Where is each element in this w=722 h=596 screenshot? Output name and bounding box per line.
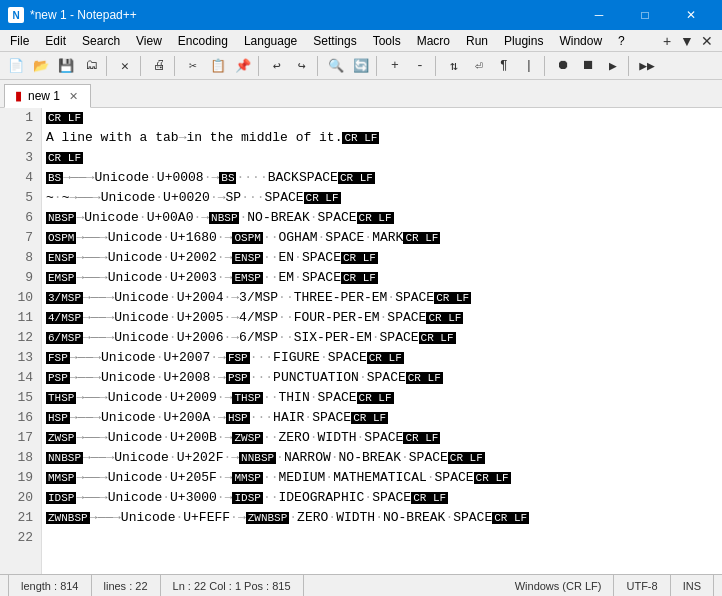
macro-play-button[interactable]: ▶: [601, 54, 625, 78]
code-line-12: 6/MSP→——→Unicode·U+2006·→6/MSP··SIX-PER-…: [46, 328, 718, 348]
word-wrap-button[interactable]: ⏎: [467, 54, 491, 78]
line-number-16: 16: [8, 408, 33, 428]
line-number-19: 19: [8, 468, 33, 488]
line-number-3: 3: [8, 148, 33, 168]
line-number-14: 14: [8, 368, 33, 388]
tab-new1[interactable]: ▮ new 1 ✕: [4, 84, 91, 108]
line-number-12: 12: [8, 328, 33, 348]
line-number-20: 20: [8, 488, 33, 508]
code-line-6: NBSP→Unicode·U+00A0·→NBSP·NO-BREAK·SPACE…: [46, 208, 718, 228]
code-line-22: [46, 528, 718, 548]
toolbar-sep-8: [544, 56, 548, 76]
toolbar-sep-6: [376, 56, 380, 76]
status-position: Ln : 22 Col : 1 Pos : 815: [161, 575, 304, 596]
code-line-8: ENSP→——→Unicode·U+2002·→ENSP··EN·SPACECR…: [46, 248, 718, 268]
undo-button[interactable]: ↩: [265, 54, 289, 78]
paste-button[interactable]: 📌: [231, 54, 255, 78]
code-line-1: CR LF: [46, 108, 718, 128]
line-number-10: 10: [8, 288, 33, 308]
maximize-button[interactable]: □: [622, 0, 668, 30]
cut-button[interactable]: ✂: [181, 54, 205, 78]
code-line-4: BS→——→Unicode·U+0008·→BS····BACKSPACECR …: [46, 168, 718, 188]
menu-help[interactable]: ?: [610, 30, 633, 51]
line-number-4: 4: [8, 168, 33, 188]
status-length: length : 814: [8, 575, 92, 596]
line-number-11: 11: [8, 308, 33, 328]
menu-tools[interactable]: Tools: [365, 30, 409, 51]
redo-button[interactable]: ↪: [290, 54, 314, 78]
sync-scroll-button[interactable]: ⇅: [442, 54, 466, 78]
line-number-18: 18: [8, 448, 33, 468]
copy-button[interactable]: 📋: [206, 54, 230, 78]
status-line-endings: Windows (CR LF): [503, 575, 615, 596]
replace-button[interactable]: 🔄: [349, 54, 373, 78]
toolbar-sep-4: [258, 56, 262, 76]
print-button[interactable]: 🖨: [147, 54, 171, 78]
code-line-2: A line with a tab→in the middle of it.CR…: [46, 128, 718, 148]
code-line-9: EMSP→——→Unicode·U+2003·→EMSP··EM·SPACECR…: [46, 268, 718, 288]
line-number-17: 17: [8, 428, 33, 448]
statusbar: length : 814 lines : 22 Ln : 22 Col : 1 …: [0, 574, 722, 596]
menu-run[interactable]: Run: [458, 30, 496, 51]
toolbar-sep-3: [174, 56, 178, 76]
open-button[interactable]: 📂: [29, 54, 53, 78]
menu-file[interactable]: File: [2, 30, 37, 51]
editor: 12345678910111213141516171819202122 CR L…: [0, 108, 722, 574]
macro-stop-button[interactable]: ⏹: [576, 54, 600, 78]
code-line-17: ZWSP→——→Unicode·U+200B·→ZWSP··ZERO·WIDTH…: [46, 428, 718, 448]
menu-window[interactable]: Window: [551, 30, 610, 51]
line-number-5: 5: [8, 188, 33, 208]
menu-settings[interactable]: Settings: [305, 30, 364, 51]
menu-plugins[interactable]: Plugins: [496, 30, 551, 51]
code-line-5: ~·~→——→Unicode·U+0020·→SP···SPACECR LF: [46, 188, 718, 208]
new-tab-button[interactable]: +: [658, 32, 676, 50]
special-chars-button[interactable]: ¶: [492, 54, 516, 78]
indent-guides-button[interactable]: |: [517, 54, 541, 78]
line-number-9: 9: [8, 268, 33, 288]
line-number-6: 6: [8, 208, 33, 228]
code-line-19: MMSP→——→Unicode·U+205F·→MMSP··MEDIUM·MAT…: [46, 468, 718, 488]
titlebar: N *new 1 - Notepad++ ─ □ ✕: [0, 0, 722, 30]
line-number-13: 13: [8, 348, 33, 368]
menu-view[interactable]: View: [128, 30, 170, 51]
run-button[interactable]: ▶▶: [635, 54, 659, 78]
new-button[interactable]: 📄: [4, 54, 28, 78]
zoom-out-button[interactable]: -: [408, 54, 432, 78]
menu-search[interactable]: Search: [74, 30, 128, 51]
code-line-20: IDSP→——→Unicode·U+3000·→IDSP··IDEOGRAPHI…: [46, 488, 718, 508]
toolbar-sep-1: [106, 56, 110, 76]
menubar-right: + ▼ ✕: [658, 32, 720, 50]
save-all-button[interactable]: 🗂: [79, 54, 103, 78]
menu-language[interactable]: Language: [236, 30, 305, 51]
status-lines: lines : 22: [92, 575, 161, 596]
status-encoding: UTF-8: [614, 575, 670, 596]
menu-encoding[interactable]: Encoding: [170, 30, 236, 51]
line-number-21: 21: [8, 508, 33, 528]
tab-label: new 1: [28, 89, 60, 103]
save-button[interactable]: 💾: [54, 54, 78, 78]
toolbar: 📄 📂 💾 🗂 ✕ 🖨 ✂ 📋 📌 ↩ ↪ 🔍 🔄 + - ⇅ ⏎ ¶ | ⏺ …: [0, 52, 722, 80]
find-button[interactable]: 🔍: [324, 54, 348, 78]
close-button-tb[interactable]: ✕: [113, 54, 137, 78]
close-button[interactable]: ✕: [668, 0, 714, 30]
menu-macro[interactable]: Macro: [409, 30, 458, 51]
line-number-22: 22: [8, 528, 33, 548]
code-line-16: HSP→——→Unicode·U+200A·→HSP···HAIR·SPACEC…: [46, 408, 718, 428]
zoom-in-button[interactable]: +: [383, 54, 407, 78]
code-area[interactable]: CR LFA line with a tab→in the middle of …: [42, 108, 722, 574]
tab-close-button[interactable]: ✕: [66, 89, 80, 103]
menu-edit[interactable]: Edit: [37, 30, 74, 51]
line-number-15: 15: [8, 388, 33, 408]
minimize-button[interactable]: ─: [576, 0, 622, 30]
status-ins: INS: [671, 575, 714, 596]
line-numbers: 12345678910111213141516171819202122: [0, 108, 42, 574]
line-number-7: 7: [8, 228, 33, 248]
close-panel-button[interactable]: ✕: [698, 32, 716, 50]
code-line-7: OSPM→——→Unicode·U+1680·→OSPM··OGHAM·SPAC…: [46, 228, 718, 248]
toolbar-sep-5: [317, 56, 321, 76]
macro-rec-button[interactable]: ⏺: [551, 54, 575, 78]
line-number-1: 1: [8, 108, 33, 128]
code-line-11: 4/MSP→——→Unicode·U+2005·→4/MSP··FOUR-PER…: [46, 308, 718, 328]
tab-list-button[interactable]: ▼: [678, 32, 696, 50]
code-line-10: 3/MSP→——→Unicode·U+2004·→3/MSP··THREE-PE…: [46, 288, 718, 308]
